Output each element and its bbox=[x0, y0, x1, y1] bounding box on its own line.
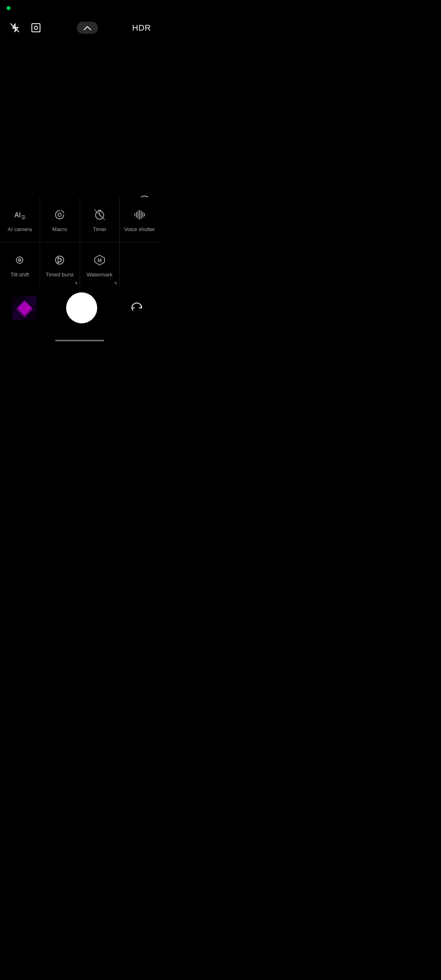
settings-expand-button[interactable] bbox=[77, 22, 98, 34]
toolbar-left bbox=[8, 21, 42, 34]
feature-macro[interactable]: Macro bbox=[40, 197, 80, 242]
ai-camera-icon: AI bbox=[12, 207, 27, 222]
timed-burst-label: Timed burst bbox=[46, 272, 74, 278]
feature-tilt-shift[interactable]: Tilt-shift bbox=[0, 243, 40, 287]
svg-rect-1 bbox=[32, 24, 40, 32]
voice-shutter-label: Voice shutter bbox=[124, 226, 155, 232]
gallery-thumbnail[interactable] bbox=[12, 296, 37, 320]
timer-icon bbox=[92, 207, 107, 222]
voice-shutter-icon bbox=[132, 207, 147, 222]
feature-timed-burst[interactable]: Timed burst bbox=[40, 243, 80, 287]
svg-text:M: M bbox=[98, 258, 102, 263]
flash-off-button[interactable] bbox=[8, 21, 21, 34]
flip-camera-button[interactable] bbox=[127, 298, 147, 318]
feature-voice-shutter[interactable]: Voice shutter bbox=[120, 197, 159, 242]
svg-text:AI: AI bbox=[14, 212, 21, 218]
watermark-arrow bbox=[114, 282, 117, 285]
watermark-icon: M bbox=[92, 253, 107, 267]
ai-camera-label: AI camera bbox=[8, 226, 32, 232]
svg-point-10 bbox=[58, 213, 61, 216]
home-indicator bbox=[55, 340, 104, 341]
feature-ai-camera[interactable]: AI AI camera bbox=[0, 197, 40, 242]
timed-burst-icon bbox=[52, 253, 67, 267]
timer-label: Timer bbox=[93, 226, 107, 232]
bottom-controls bbox=[0, 287, 159, 328]
svg-point-26 bbox=[19, 260, 20, 261]
hdr-status-label[interactable]: HDR bbox=[132, 23, 151, 33]
macro-icon bbox=[52, 207, 67, 222]
feature-watermark[interactable]: M Watermark bbox=[80, 243, 120, 287]
features-row-2: Tilt-shift Timed burst M Watermar bbox=[0, 243, 159, 287]
svg-point-27 bbox=[56, 256, 64, 264]
status-dot bbox=[7, 6, 11, 10]
top-toolbar: HDR bbox=[0, 16, 159, 39]
tilt-shift-icon bbox=[12, 253, 27, 267]
status-bar bbox=[0, 0, 159, 16]
macro-label: Macro bbox=[52, 226, 67, 232]
features-row-1: AI AI camera Macro bbox=[0, 197, 159, 243]
features-panel: AI AI camera Macro bbox=[0, 197, 159, 287]
svg-point-2 bbox=[34, 26, 38, 29]
focus-button[interactable] bbox=[29, 21, 42, 34]
feature-timer[interactable]: Timer bbox=[80, 197, 120, 242]
shutter-button[interactable] bbox=[66, 292, 97, 323]
gallery-thumb-image bbox=[12, 296, 37, 320]
feature-empty bbox=[120, 243, 159, 287]
timed-burst-arrow bbox=[74, 282, 77, 285]
watermark-label: Watermark bbox=[87, 272, 112, 278]
tilt-shift-label: Tilt-shift bbox=[11, 272, 29, 278]
